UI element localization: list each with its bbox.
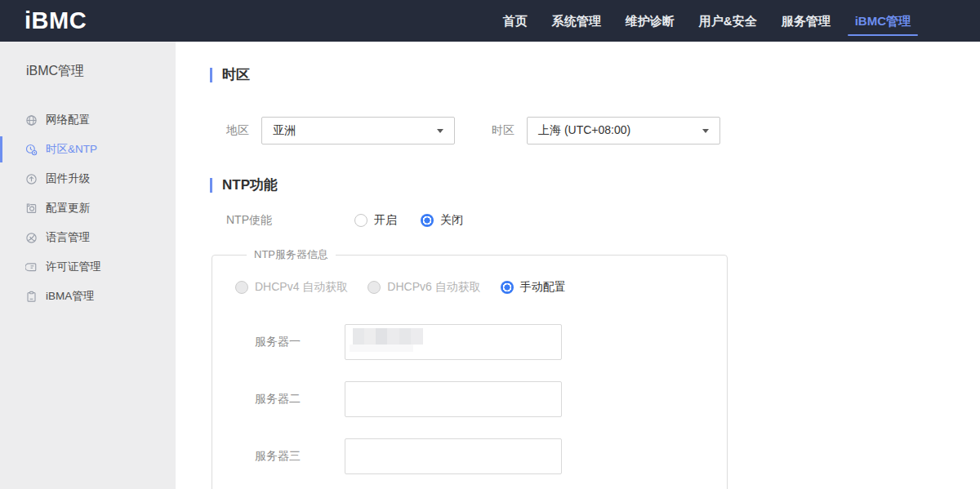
server-one-input[interactable]	[345, 324, 562, 360]
sidebar-item-label: 配置更新	[46, 201, 90, 216]
sidebar-item-language[interactable]: 语言管理	[0, 223, 176, 252]
server-two-input[interactable]	[345, 381, 562, 417]
nav-item-system[interactable]: 系统管理	[540, 0, 613, 42]
nav-item-ibmc-management[interactable]: iBMC管理	[843, 0, 923, 42]
sidebar-item-label: 网络配置	[46, 113, 90, 127]
config-update-icon	[25, 202, 38, 215]
nav-item-user-security[interactable]: 用户&安全	[687, 0, 769, 42]
server-two-row: 服务器二	[255, 381, 727, 417]
ntp-enable-row: NTP使能 开启 关闭	[226, 213, 980, 228]
server-three-label: 服务器三	[255, 449, 345, 464]
ntp-mode-manual-option[interactable]: 手动配置	[501, 280, 566, 295]
region-select-value: 亚洲	[273, 123, 296, 138]
language-icon	[25, 232, 38, 244]
firmware-upgrade-icon	[25, 173, 38, 185]
radio-selected-icon[interactable]	[421, 214, 434, 227]
server-two-label: 服务器二	[255, 392, 345, 407]
main-content: 时区 地区 亚洲 时区 上海 (UTC+08:00) NTP功能 NTP使能 开…	[176, 42, 980, 489]
sidebar-item-label: 固件升级	[46, 171, 90, 186]
radio-disabled-icon	[235, 281, 248, 294]
radio-label: 开启	[374, 213, 397, 228]
ntp-enable-label: NTP使能	[226, 213, 354, 228]
radio-label: DHCPv6 自动获取	[387, 280, 480, 295]
section-title-text: NTP功能	[222, 176, 278, 194]
server-one-label: 服务器一	[255, 335, 345, 349]
zone-label: 时区	[492, 123, 527, 138]
server-one-input-wrap	[345, 324, 562, 360]
radio-label: 手动配置	[520, 280, 566, 295]
sidebar-item-firmware-upgrade[interactable]: 固件升级	[0, 164, 176, 193]
section-title-text: 时区	[222, 65, 250, 84]
radio-label: DHCPv4 自动获取	[255, 280, 348, 295]
timezone-section-title: 时区	[210, 65, 980, 84]
radio-label: 关闭	[440, 213, 463, 228]
sidebar-item-label: 许可证管理	[46, 260, 101, 274]
sidebar-item-label: iBMA管理	[46, 289, 94, 304]
server-one-row: 服务器一	[255, 324, 727, 360]
sidebar-item-label: 语言管理	[46, 230, 90, 245]
server-three-input-wrap	[345, 438, 562, 474]
zone-select-value: 上海 (UTC+08:00)	[538, 123, 630, 138]
chevron-down-icon	[437, 129, 443, 133]
ntp-server-group: NTP服务器信息 DHCPv4 自动获取 DHCPv6 自动获取 手动配置 服务…	[212, 247, 728, 489]
ntp-enable-on-option[interactable]: 开启	[354, 213, 397, 228]
region-label: 地区	[226, 123, 261, 138]
timezone-form-row: 地区 亚洲 时区 上海 (UTC+08:00)	[226, 117, 980, 144]
region-select[interactable]: 亚洲	[261, 117, 455, 144]
sidebar-item-network-config[interactable]: 网络配置	[0, 105, 176, 135]
section-accent-bar	[210, 178, 212, 193]
nav-item-service[interactable]: 服务管理	[769, 0, 843, 42]
ntp-server-group-legend: NTP服务器信息	[247, 247, 336, 262]
ntp-mode-dhcpv6-option: DHCPv6 自动获取	[368, 280, 480, 295]
app-logo: iBMC	[24, 7, 87, 34]
top-nav-menu: 首页 系统管理 维护诊断 用户&安全 服务管理 iBMC管理	[491, 0, 923, 42]
sidebar-title: iBMC管理	[0, 42, 176, 80]
nav-item-home[interactable]: 首页	[491, 0, 540, 42]
ntp-enable-off-option[interactable]: 关闭	[421, 213, 463, 228]
top-navbar: iBMC 首页 系统管理 维护诊断 用户&安全 服务管理 iBMC管理	[0, 0, 980, 42]
license-icon	[25, 261, 38, 273]
ibma-icon	[25, 291, 38, 303]
server-three-input[interactable]	[345, 438, 562, 474]
sidebar: iBMC管理 网络配置 时区&NTP	[0, 42, 176, 489]
timezone-icon	[25, 144, 38, 156]
section-accent-bar	[210, 68, 212, 82]
zone-select[interactable]: 上海 (UTC+08:00)	[527, 117, 720, 144]
ntp-mode-dhcpv4-option: DHCPv4 自动获取	[235, 280, 348, 295]
ntp-mode-row: DHCPv4 自动获取 DHCPv6 自动获取 手动配置	[235, 280, 727, 295]
sidebar-item-label: 时区&NTP	[46, 142, 97, 157]
server-two-input-wrap	[345, 381, 562, 417]
nav-item-maintenance[interactable]: 维护诊断	[613, 0, 687, 42]
ntp-section-title: NTP功能	[210, 176, 980, 194]
network-icon	[25, 114, 38, 127]
radio-disabled-icon	[368, 281, 381, 294]
server-three-row: 服务器三	[255, 438, 727, 474]
radio-unselected-icon[interactable]	[354, 214, 368, 227]
radio-selected-icon[interactable]	[501, 281, 514, 294]
chevron-down-icon	[702, 129, 709, 133]
sidebar-item-ibma[interactable]: iBMA管理	[0, 282, 176, 311]
sidebar-item-timezone-ntp[interactable]: 时区&NTP	[0, 135, 176, 164]
sidebar-menu: 网络配置 时区&NTP 固件升级	[0, 105, 176, 311]
sidebar-item-license[interactable]: 许可证管理	[0, 252, 176, 282]
sidebar-item-config-update[interactable]: 配置更新	[0, 193, 176, 223]
